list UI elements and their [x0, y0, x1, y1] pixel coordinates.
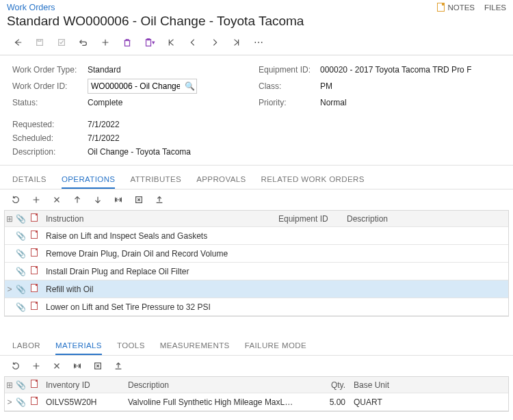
col-qty[interactable]: Qty. [302, 380, 350, 390]
col-matdesc[interactable]: Description [124, 380, 302, 390]
attach-col: 📎 [14, 380, 27, 390]
mats-export-button[interactable] [88, 358, 108, 373]
inv-cell: OILVS5W20H [42, 397, 124, 407]
undo-button[interactable] [73, 34, 94, 51]
label-status: Status: [12, 98, 88, 107]
more-button[interactable]: ⋯ [248, 34, 269, 51]
doc-icon [31, 302, 38, 310]
notes-tab[interactable]: NOTES [437, 3, 475, 12]
tab-related-work-orders[interactable]: RELATED WORK ORDERS [261, 171, 365, 189]
notes-label: NOTES [447, 3, 475, 12]
attach-col: 📎 [14, 214, 27, 224]
instruction-cell: Lower on Lift and Set Tire Pressure to 3… [42, 302, 274, 312]
tab-tools[interactable]: TOOLS [117, 337, 145, 355]
instruction-cell: Install Drain Plug and Replace Oil Filte… [42, 267, 274, 276]
clip-icon[interactable]: 📎 [14, 397, 27, 407]
col-desc[interactable]: Description [343, 214, 508, 224]
label-requested: Requested: [12, 120, 88, 129]
instruction-cell: Raise on Lift and Inspect Seals and Gask… [42, 231, 274, 241]
back-button[interactable] [7, 34, 29, 51]
work-order-id-lookup[interactable]: 🔍 [88, 79, 197, 94]
tab-failure-mode[interactable]: FAILURE MODE [245, 337, 306, 355]
expand-col: ⊞ [5, 214, 14, 224]
ops-upload-button[interactable] [149, 192, 170, 207]
clip-icon[interactable]: 📎 [14, 249, 27, 259]
delete-button[interactable] [116, 34, 138, 51]
label-scheduled: Scheduled: [12, 133, 88, 143]
doc-icon [31, 380, 38, 388]
save-close-button [51, 34, 73, 51]
ops-row[interactable]: 📎Raise on Lift and Inspect Seals and Gas… [5, 227, 508, 245]
files-tab[interactable]: FILES [484, 3, 506, 12]
mats-add-button[interactable] [26, 358, 47, 373]
ops-row[interactable]: 📎Install Drain Plug and Replace Oil Filt… [5, 263, 508, 280]
instruction-cell: Remove Drain Plug, Drain Oil and Record … [42, 249, 274, 259]
expand-icon[interactable]: > [5, 285, 14, 294]
mats-upload-button[interactable] [108, 358, 129, 373]
last-button[interactable] [226, 34, 248, 51]
tab-attributes[interactable]: ATTRIBUTES [130, 171, 181, 189]
doc-cell[interactable] [27, 302, 42, 312]
clip-icon[interactable]: 📎 [14, 267, 27, 276]
ops-up-button[interactable] [67, 192, 88, 207]
svg-rect-3 [125, 40, 130, 46]
ops-refresh-button[interactable] [5, 192, 26, 207]
ops-grid: ⊞ 📎 Instruction Equipment ID Description… [4, 210, 509, 317]
clipboard-button[interactable]: ▾ [138, 34, 160, 51]
label-priority: Priority: [259, 98, 320, 107]
label-type: Work Order Type: [12, 65, 88, 75]
add-button[interactable] [94, 34, 116, 51]
tab-measurements[interactable]: MEASUREMENTS [160, 337, 230, 355]
ops-toolbar [0, 189, 513, 210]
tab-labor[interactable]: LABOR [12, 337, 40, 355]
prev-button[interactable] [182, 34, 204, 51]
search-icon[interactable]: 🔍 [183, 81, 196, 91]
col-inv[interactable]: Inventory ID [42, 380, 124, 390]
col-unit[interactable]: Base Unit [350, 380, 404, 390]
mats-grid: ⊞ 📎 Inventory ID Description Qty. Base U… [4, 376, 509, 412]
clip-icon[interactable]: 📎 [14, 302, 27, 312]
tab-operations[interactable]: OPERATIONS [62, 171, 116, 189]
ops-delete-button[interactable] [47, 192, 67, 207]
work-order-id-input[interactable] [88, 81, 183, 91]
ops-add-button[interactable] [26, 192, 47, 207]
tab-details[interactable]: DETAILS [12, 171, 47, 189]
main-toolbar: ▾ ⋯ [0, 33, 513, 55]
tab-materials[interactable]: MATERIALS [55, 337, 102, 355]
value-requested: 7/1/2022 [88, 120, 120, 129]
doc-cell[interactable] [27, 397, 42, 407]
doc-cell[interactable] [27, 266, 42, 276]
qty-cell: 5.00 [302, 397, 350, 407]
doc-cell[interactable] [27, 284, 42, 294]
label-class: Class: [259, 81, 320, 91]
label-id: Work Order ID: [12, 81, 88, 91]
matdesc-cell: Valvoline Full Synthetic High Mileage Ma… [124, 397, 302, 407]
clip-icon[interactable]: 📎 [14, 231, 27, 241]
doc-cell[interactable] [27, 231, 42, 241]
mats-fit-button[interactable] [67, 358, 88, 373]
col-equip[interactable]: Equipment ID [274, 214, 343, 224]
mats-delete-button[interactable] [47, 358, 67, 373]
save-button [29, 34, 51, 51]
col-instruction[interactable]: Instruction [42, 214, 274, 224]
next-button[interactable] [204, 34, 226, 51]
mats-refresh-button[interactable] [5, 358, 26, 373]
mats-row[interactable]: >📎OILVS5W20HValvoline Full Synthetic Hig… [5, 393, 508, 411]
ops-row[interactable]: 📎Lower on Lift and Set Tire Pressure to … [5, 298, 508, 316]
ops-row[interactable]: >📎Refill with Oil [5, 280, 508, 298]
ops-down-button[interactable] [88, 192, 108, 207]
doc-cell[interactable] [27, 248, 42, 259]
tab-approvals[interactable]: APPROVALS [196, 171, 246, 189]
unit-cell: QUART [350, 397, 404, 407]
label-equip: Equipment ID: [259, 65, 320, 75]
page-title: Standard WO000006 - Oil Change - Toyota … [0, 12, 513, 33]
value-equip: 000020 - 2017 Toyota Tacoma TRD Pro F [320, 65, 471, 75]
clip-icon[interactable]: 📎 [14, 285, 27, 294]
expand-icon[interactable]: > [5, 397, 14, 407]
first-button[interactable] [160, 34, 182, 51]
ops-export-button[interactable] [129, 192, 149, 207]
breadcrumb-link[interactable]: Work Orders [7, 3, 55, 12]
form-area: Work Order Type: Standard Equipment ID: … [0, 55, 513, 166]
ops-fit-button[interactable] [108, 192, 129, 207]
ops-row[interactable]: 📎Remove Drain Plug, Drain Oil and Record… [5, 245, 508, 263]
